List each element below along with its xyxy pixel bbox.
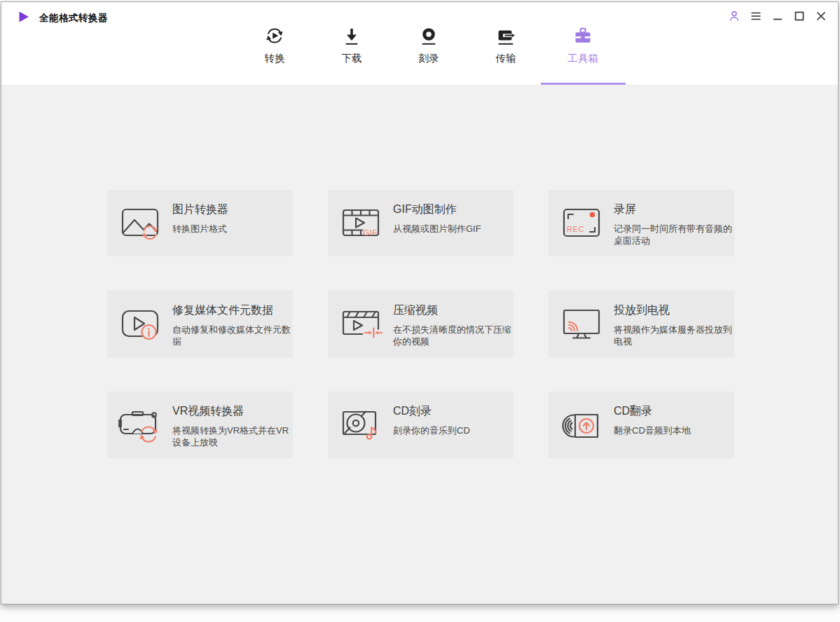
card-desc: 记录同一时间所有带有音频的桌面活动 (614, 223, 734, 247)
menu-icon[interactable] (749, 9, 763, 23)
download-icon (342, 25, 362, 46)
card-title: 压缩视频 (393, 303, 513, 318)
card-fix-metadata[interactable]: 修复媒体文件元数据 自动修复和修改媒体文件元数据 (107, 291, 293, 357)
card-title: 修复媒体文件元数据 (172, 303, 292, 318)
window-controls (727, 9, 828, 23)
app-window: 全能格式转换器 (1, 1, 839, 604)
card-title: GIF动图制作 (393, 202, 513, 217)
card-image-converter[interactable]: 图片转换器 转换图片格式 (107, 190, 293, 256)
close-icon[interactable] (814, 9, 828, 23)
titlebar: 全能格式转换器 (17, 10, 108, 27)
tab-transfer-label: 传输 (496, 52, 516, 65)
card-desc: 刻录你的音乐到CD (393, 424, 513, 436)
image-converter-icon (118, 201, 162, 244)
tab-toolbox-label: 工具箱 (567, 52, 598, 65)
play-logo-icon (17, 10, 31, 27)
card-compress-video[interactable]: 压缩视频 在不损失清晰度的情况下压缩你的视频 (328, 291, 514, 357)
fix-metadata-icon (118, 302, 162, 345)
cd-ripper-icon (560, 403, 603, 446)
toolbox-grid: 图片转换器 转换图片格式 GIF GIF动图制作 从视频或图片制作GIF (107, 190, 734, 458)
compress-video-icon (339, 302, 383, 345)
main-nav: 转换 下载 刻录 (236, 25, 621, 69)
card-desc: 自动修复和修改媒体文件元数据 (172, 324, 292, 347)
active-tab-indicator (541, 83, 626, 85)
vr-converter-icon (118, 403, 162, 446)
card-cast-to-tv[interactable]: 投放到电视 将视频作为媒体服务器投放到电视 (549, 291, 734, 357)
tab-burn[interactable]: 刻录 (390, 25, 467, 69)
tab-transfer[interactable]: 传输 (467, 25, 544, 69)
card-title: CD刻录 (393, 403, 513, 419)
burn-icon (419, 25, 439, 46)
tab-toolbox[interactable]: 工具箱 (544, 25, 621, 69)
card-gif-maker[interactable]: GIF GIF动图制作 从视频或图片制作GIF (328, 190, 514, 256)
rec-label: REC (567, 225, 584, 233)
cd-burner-icon (339, 403, 383, 446)
card-desc: 在不损失清晰度的情况下压缩你的视频 (393, 324, 513, 347)
tab-burn-label: 刻录 (419, 52, 439, 65)
tab-convert-label: 转换 (265, 52, 285, 65)
card-cd-burner[interactable]: CD刻录 刻录你的音乐到CD (328, 392, 514, 458)
window-title: 全能格式转换器 (39, 12, 108, 25)
minimize-icon[interactable] (771, 9, 785, 23)
card-screen-recorder[interactable]: REC 录屏 记录同一时间所有带有音频的桌面活动 (549, 190, 734, 256)
account-icon[interactable] (727, 9, 741, 23)
card-desc: 翻录CD音频到本地 (614, 424, 734, 436)
card-title: CD翻录 (614, 403, 734, 419)
card-vr-converter[interactable]: VR视频转换器 将视频转换为VR格式并在VR设备上放映 (107, 392, 293, 458)
card-title: 录屏 (614, 202, 734, 217)
card-desc: 将视频转换为VR格式并在VR设备上放映 (172, 424, 292, 448)
transfer-icon (496, 25, 516, 46)
card-title: VR视频转换器 (172, 403, 292, 419)
cast-to-tv-icon (560, 302, 603, 345)
screen-recorder-icon: REC (560, 201, 603, 244)
maximize-icon[interactable] (792, 9, 806, 23)
card-title: 投放到电视 (614, 303, 734, 318)
tab-convert[interactable]: 转换 (236, 25, 313, 69)
tab-download[interactable]: 下载 (313, 25, 390, 69)
app-header: 全能格式转换器 (1, 2, 838, 85)
card-desc: 从视频或图片制作GIF (393, 223, 513, 235)
convert-icon (265, 25, 284, 46)
gif-label: GIF (363, 228, 378, 237)
card-cd-ripper[interactable]: CD翻录 翻录CD音频到本地 (549, 392, 734, 458)
card-title: 图片转换器 (172, 202, 292, 217)
card-desc: 将视频作为媒体服务器投放到电视 (614, 324, 734, 347)
tab-download-label: 下载 (342, 52, 362, 65)
gif-maker-icon: GIF (339, 201, 383, 244)
card-desc: 转换图片格式 (172, 223, 292, 235)
toolbox-icon (573, 25, 593, 46)
